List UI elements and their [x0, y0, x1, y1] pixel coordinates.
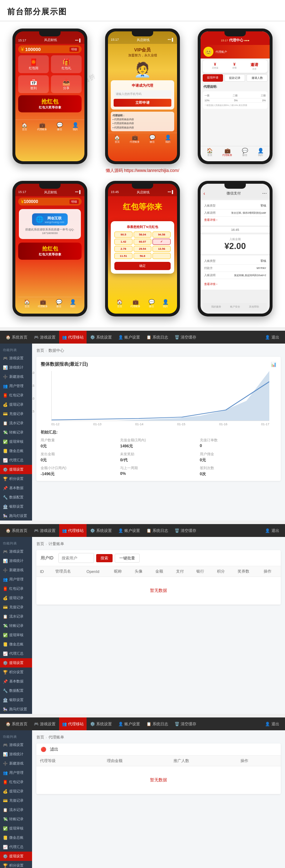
sidebar2-user-mgmt[interactable]: 👥用户管理 [0, 575, 32, 584]
sidebar2-recharge[interactable]: 💳充值记录 [0, 603, 32, 612]
nav-agent-4[interactable]: 💼代理账务 [38, 299, 48, 308]
nav-agent-5[interactable]: 💼代理账务 [130, 299, 140, 308]
sidebar-new-game[interactable]: ➕新建游戏 [0, 372, 32, 381]
topbar2-game[interactable]: 🎮 游戏设置 [31, 524, 58, 537]
topbar3-account[interactable]: 👤 账户设置 [115, 717, 143, 730]
nav-home-1[interactable]: 🏠首页 [21, 122, 27, 131]
breadcrumb-home[interactable]: 首页 [36, 348, 44, 353]
topbar3-cache[interactable]: 🗑️ 清空缓存 [172, 717, 199, 730]
sidebar2-withdraw[interactable]: 💰提现记录 [0, 593, 32, 603]
sidebar2-marquee[interactable]: 🎠跑马灯设置 [0, 705, 32, 714]
topbar-log[interactable]: 📋 系统日志 [144, 331, 171, 344]
logout-btn[interactable]: 退出 [271, 335, 279, 340]
sidebar-game-settings[interactable]: 🎮游戏设置 [0, 354, 32, 363]
apply-btn[interactable]: 立即申请 [114, 99, 171, 107]
nav-wechat-3[interactable]: 💬微信 [242, 148, 248, 157]
user-search-input[interactable] [58, 553, 94, 563]
logout3-btn[interactable]: 退出 [271, 721, 279, 727]
sidebar-recharge[interactable]: 💳充值记录 [0, 409, 32, 418]
breadcrumb2-home[interactable]: 首页 [36, 541, 44, 547]
nav-wechat-1[interactable]: 💬微信 [57, 122, 63, 131]
detail-btn[interactable]: 明细 [69, 47, 79, 52]
sidebar3-new-game[interactable]: ➕新建游戏 [0, 759, 32, 768]
sidebar3-withdraw[interactable]: 💰提现记录 [0, 787, 32, 796]
topbar2-agent[interactable]: 👥 代理移站 [59, 524, 87, 537]
topbar2-account[interactable]: 👤 账户设置 [115, 524, 143, 537]
sidebar3-withdraw-settings[interactable]: ⚙️提现设置 [0, 852, 32, 861]
sidebar-withdraw-audit[interactable]: ✅提现审核 [0, 437, 32, 446]
sidebar2-game-settings[interactable]: 🎮游戏设置 [0, 547, 32, 556]
nav-mine-5[interactable]: 👤我的 [162, 299, 169, 308]
sidebar3-agent-summary[interactable]: 📈代理汇总 [0, 842, 32, 852]
service-link[interactable]: 我的服务 [211, 305, 221, 309]
sidebar2-micro-ledger[interactable]: 📒微金总账 [0, 640, 32, 649]
help-link[interactable]: 其他帮助 [249, 305, 259, 309]
card-redpacket-rain[interactable]: 🧧 红包雨 [18, 55, 49, 73]
sidebar2-withdraw-audit[interactable]: ✅提现审核 [0, 630, 32, 640]
search-btn[interactable]: 搜索 [96, 554, 113, 562]
sidebar3-transfer[interactable]: 💸转账记录 [0, 814, 32, 824]
sidebar3-micro-ledger[interactable]: 📒微金总账 [0, 833, 32, 842]
sidebar-micro-ledger[interactable]: 📒微金总账 [0, 446, 32, 456]
phone-input[interactable]: 请输入您的手机号码 [114, 90, 171, 97]
nav-wechat-4[interactable]: 💬微信 [56, 299, 62, 308]
sidebar-bank-settings[interactable]: 🏦银联设置 [0, 502, 32, 511]
nav-home-5[interactable]: 🏠首页 [116, 299, 123, 308]
topbar-game[interactable]: 🎮 游戏设置 [31, 331, 58, 344]
phone6-more[interactable]: ··· [262, 190, 267, 197]
source-url[interactable]: https://www.lanrenzhijia.com/ [124, 168, 179, 173]
logout2-btn[interactable]: 退出 [271, 528, 279, 533]
sidebar3-game-stats[interactable]: 📊游戏统计 [0, 750, 32, 759]
detail-btn-4[interactable]: 明细 [69, 199, 79, 204]
sidebar2-agent-summary[interactable]: 📈代理汇总 [0, 649, 32, 658]
sidebar-withdraw-settings[interactable]: ⚙️提现设置 [0, 465, 32, 474]
sidebar3-points[interactable]: 🏆积分设置 [0, 861, 32, 868]
nav-wechat-2[interactable]: 💬微信 [149, 134, 155, 144]
sidebar2-withdraw-settings[interactable]: ⚙️提现设置 [0, 658, 32, 668]
card-share[interactable]: 📤 分享 [51, 75, 82, 93]
nav-home-3[interactable]: 🏠首页 [207, 148, 213, 157]
sidebar3-flow[interactable]: 📋流水记录 [0, 805, 32, 814]
topbar2-home[interactable]: 🏠 系统首页 [3, 524, 30, 537]
security-link[interactable]: 账户安全 [230, 305, 240, 309]
topbar-home[interactable]: 🏠 系统首页 [3, 331, 30, 344]
sidebar3-recharge[interactable]: 💳充值记录 [0, 796, 32, 805]
source-link[interactable]: 懒人源码 https://www.lanrenzhijia.com/ [4, 164, 281, 177]
sidebar2-transfer[interactable]: 💸转账记录 [0, 621, 32, 630]
sidebar2-game-stats[interactable]: 📊游戏统计 [0, 556, 32, 565]
nav-wechat-5[interactable]: 💬微信 [149, 299, 155, 308]
sidebar2-points[interactable]: 🏆积分设置 [0, 668, 32, 677]
sidebar2-bank[interactable]: 🏦银联设置 [0, 695, 32, 705]
nav-agent-2[interactable]: 💼代理账务 [130, 134, 140, 144]
nav-home-2[interactable]: 🏠首页 [114, 134, 120, 144]
nav-agent-1[interactable]: 💼代理账务 [37, 122, 47, 131]
topbar2-system[interactable]: ⚙️ 系统设置 [87, 524, 115, 537]
nav-mine-4[interactable]: 👤我的 [70, 299, 76, 308]
sidebar-points[interactable]: 🏆积分设置 [0, 474, 32, 483]
topbar3-system[interactable]: ⚙️ 系统设置 [87, 717, 115, 730]
sidebar-data-config[interactable]: 🔧数据配置 [0, 493, 32, 502]
topbar2-log[interactable]: 📋 系统日志 [144, 524, 171, 537]
sidebar-game-stats[interactable]: 📊游戏统计 [0, 363, 32, 372]
btn-records[interactable]: 提款记录 [224, 74, 245, 82]
sidebar3-user-mgmt[interactable]: 👥用户管理 [0, 768, 32, 777]
nav-home-4[interactable]: 🏠首页 [24, 299, 30, 308]
nav-mine-2[interactable]: 👤我的 [165, 134, 171, 144]
topbar-cache[interactable]: 🗑️ 清空缓存 [172, 331, 199, 344]
sidebar3-redpacket[interactable]: 🧧红包记录 [0, 777, 32, 787]
modal-ok-btn[interactable]: 确定 [114, 262, 171, 270]
sidebar-withdraw[interactable]: 💰提现记录 [0, 400, 32, 409]
nav-mine-3[interactable]: 👤我的 [258, 148, 264, 157]
sidebar-basic-data[interactable]: 📌基本数据 [0, 483, 32, 493]
topbar3-agent[interactable]: 👥 代理移站 [59, 717, 87, 730]
nav-agent-3[interactable]: 💼代理账务 [222, 148, 232, 157]
detail-link[interactable]: 查看详情 › [204, 218, 217, 222]
card-redpacket-gift[interactable]: 🎁 红包礼 [51, 55, 82, 73]
topbar3-game[interactable]: 🎮 游戏设置 [31, 717, 58, 730]
topbar3-home[interactable]: 🏠 系统首页 [3, 717, 30, 730]
sidebar2-flow[interactable]: 📋流水记录 [0, 612, 32, 621]
phone6-back[interactable]: ‹ [203, 191, 205, 196]
sidebar-agent-summary[interactable]: 📈代理汇总 [0, 456, 32, 465]
sidebar-flow[interactable]: 📋流水记录 [0, 418, 32, 428]
topbar3-log[interactable]: 📋 系统日志 [144, 717, 171, 730]
